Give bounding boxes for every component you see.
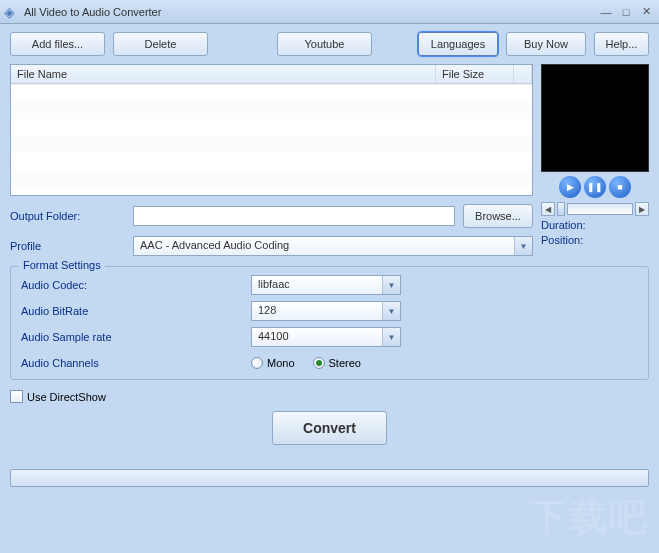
- seek-track[interactable]: [567, 203, 633, 215]
- chevron-down-icon[interactable]: ▼: [382, 276, 400, 294]
- radio-icon: [251, 357, 263, 369]
- youtube-button[interactable]: Youtube: [277, 32, 372, 56]
- chevron-down-icon[interactable]: ▼: [382, 302, 400, 320]
- position-label: Position:: [541, 234, 649, 246]
- maximize-button[interactable]: □: [617, 4, 635, 20]
- seek-bar[interactable]: ◀ ▶: [541, 202, 649, 216]
- close-button[interactable]: ✕: [637, 4, 655, 20]
- buy-now-button[interactable]: Buy Now: [506, 32, 586, 56]
- app-logo-icon: [4, 4, 20, 20]
- seek-thumb[interactable]: [557, 202, 565, 216]
- column-filename[interactable]: File Name: [11, 65, 436, 83]
- file-list[interactable]: File Name File Size: [10, 64, 533, 196]
- window-title: All Video to Audio Converter: [24, 6, 597, 18]
- chevron-down-icon[interactable]: ▼: [514, 237, 532, 255]
- delete-button[interactable]: Delete: [113, 32, 208, 56]
- file-list-body[interactable]: [11, 84, 532, 192]
- audio-channels-label: Audio Channels: [21, 357, 251, 369]
- column-extra: [514, 65, 532, 83]
- progress-bar: [10, 469, 649, 487]
- titlebar: All Video to Audio Converter — □ ✕: [0, 0, 659, 24]
- checkbox-icon: [10, 390, 23, 403]
- audio-bitrate-combo[interactable]: 128 ▼: [251, 301, 401, 321]
- chevron-down-icon[interactable]: ▼: [382, 328, 400, 346]
- format-legend: Format Settings: [19, 259, 105, 271]
- output-folder-label: Output Folder:: [10, 210, 125, 222]
- use-directshow-checkbox[interactable]: Use DirectShow: [10, 390, 649, 403]
- browse-button[interactable]: Browse...: [463, 204, 533, 228]
- profile-label: Profile: [10, 240, 125, 252]
- audio-samplerate-label: Audio Sample rate: [21, 331, 251, 343]
- minimize-button[interactable]: —: [597, 4, 615, 20]
- format-settings-group: Format Settings Audio Codec: libfaac ▼ A…: [10, 266, 649, 380]
- stereo-radio[interactable]: Stereo: [313, 357, 361, 369]
- stop-button[interactable]: ■: [609, 176, 631, 198]
- seek-left-icon[interactable]: ◀: [541, 202, 555, 216]
- output-folder-input[interactable]: [133, 206, 455, 226]
- profile-combo[interactable]: AAC - Advanced Audio Coding ▼: [133, 236, 533, 256]
- add-files-button[interactable]: Add files...: [10, 32, 105, 56]
- audio-bitrate-label: Audio BitRate: [21, 305, 251, 317]
- help-button[interactable]: Help...: [594, 32, 649, 56]
- radio-icon: [313, 357, 325, 369]
- main-toolbar: Add files... Delete Youtube Languages Bu…: [10, 32, 649, 56]
- file-list-header: File Name File Size: [11, 65, 532, 84]
- profile-value: AAC - Advanced Audio Coding: [134, 237, 514, 255]
- languages-button[interactable]: Languages: [418, 32, 498, 56]
- pause-button[interactable]: ❚❚: [584, 176, 606, 198]
- convert-button[interactable]: Convert: [272, 411, 387, 445]
- column-filesize[interactable]: File Size: [436, 65, 514, 83]
- play-button[interactable]: ▶: [559, 176, 581, 198]
- audio-samplerate-combo[interactable]: 44100 ▼: [251, 327, 401, 347]
- video-preview: [541, 64, 649, 172]
- seek-right-icon[interactable]: ▶: [635, 202, 649, 216]
- duration-label: Duration:: [541, 219, 649, 231]
- audio-codec-combo[interactable]: libfaac ▼: [251, 275, 401, 295]
- audio-codec-label: Audio Codec:: [21, 279, 251, 291]
- mono-radio[interactable]: Mono: [251, 357, 295, 369]
